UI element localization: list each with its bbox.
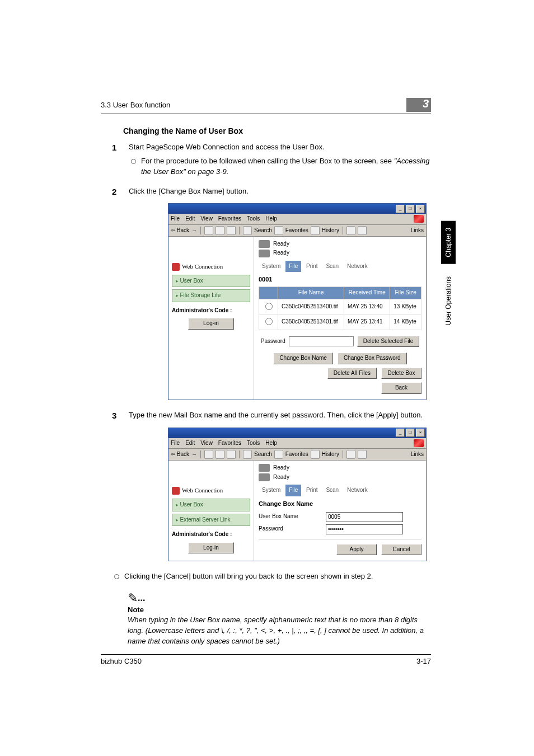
favorites-label[interactable]: Favorites	[285, 227, 308, 235]
ready-1: Ready	[273, 240, 289, 248]
delete-all-files-button[interactable]: Delete All Files	[327, 368, 377, 379]
admin-code-label-2: Administrator's Code :	[172, 530, 250, 539]
side-operations-label: User Operations	[444, 276, 452, 325]
window-titlebar-2: _ □ ×	[168, 428, 426, 438]
page-footer: bizhub C350 3-17	[101, 654, 431, 665]
row-0-radio[interactable]	[265, 303, 273, 310]
printer-icon	[259, 240, 270, 248]
sidebar-2: Web Connection User Box External Server …	[168, 461, 254, 561]
step-1-sub-prefix: For the procedure to be followed when ca…	[141, 157, 394, 165]
userboxname-input[interactable]	[326, 512, 403, 522]
step-3: Type the new Mail Box name and the curre…	[112, 410, 431, 582]
menu-favorites-2[interactable]: Favorites	[218, 439, 241, 448]
tab-print-2[interactable]: Print	[303, 485, 321, 496]
menu-edit[interactable]: Edit	[185, 215, 195, 223]
change-box-name-button[interactable]: Change Box Name	[273, 353, 333, 364]
history-label[interactable]: History	[322, 227, 339, 235]
change-box-password-button[interactable]: Change Box Password	[338, 353, 407, 364]
box-number: 0001	[259, 275, 421, 284]
menu-help-2[interactable]: Help	[265, 439, 277, 448]
history-icon-2[interactable]	[311, 450, 320, 459]
favorites-label-2[interactable]: Favorites	[285, 450, 308, 459]
table-row: C350c04052513401.tif MAY 25 13:41 14 KBy…	[259, 314, 421, 330]
menu-file-2[interactable]: File	[171, 439, 180, 448]
back-button-2[interactable]: ⇦ Back	[171, 450, 189, 459]
links-label[interactable]: Links	[411, 227, 424, 235]
row-1-radio[interactable]	[265, 318, 273, 325]
ready-2: Ready	[273, 249, 289, 257]
tab-scan[interactable]: Scan	[322, 261, 342, 273]
favorites-icon[interactable]	[274, 226, 283, 235]
search-icon-2[interactable]	[243, 450, 252, 459]
back-button[interactable]: ⇦ Back	[171, 227, 189, 235]
delete-selected-button[interactable]: Delete Selected File	[357, 336, 420, 348]
tab-file[interactable]: File	[285, 261, 301, 273]
home-icon[interactable]	[227, 226, 236, 235]
min-button-2[interactable]: _	[396, 429, 405, 437]
tab-network-2[interactable]: Network	[344, 485, 371, 496]
back-button[interactable]: Back	[381, 382, 421, 394]
password-input[interactable]	[289, 336, 354, 346]
menu-favorites[interactable]: Favorites	[218, 215, 241, 223]
password-input-2[interactable]	[326, 524, 403, 534]
sidebar-item-storage[interactable]: File Storage Life	[172, 289, 250, 302]
userboxname-label: User Box Name	[259, 513, 326, 521]
menu-view-2[interactable]: View	[200, 439, 213, 448]
fwd-button-2[interactable]: →	[191, 450, 197, 459]
fwd-button[interactable]: →	[191, 227, 197, 235]
col-received: Received Time	[344, 287, 390, 299]
stop-icon-2[interactable]	[204, 450, 213, 459]
tab-file-2[interactable]: File	[285, 485, 301, 496]
search-label-2[interactable]: Search	[254, 450, 272, 459]
tab-network[interactable]: Network	[344, 261, 371, 273]
tab-system[interactable]: System	[259, 261, 284, 273]
stop-icon[interactable]	[204, 226, 213, 235]
min-button[interactable]: _	[396, 205, 405, 213]
tab-system-2[interactable]: System	[259, 485, 284, 496]
links-label-2[interactable]: Links	[411, 450, 424, 459]
sidebar-item-userbox-2[interactable]: User Box	[172, 499, 250, 511]
delete-box-button[interactable]: Delete Box	[381, 368, 421, 379]
toolbar: ⇦ Back → Search Favorites History Links	[168, 225, 426, 237]
mail-icon-2[interactable]	[346, 450, 355, 459]
brand-logo-icon-2	[172, 487, 180, 495]
sidebar: Web Connection User Box File Storage Lif…	[168, 237, 254, 400]
printer-icon-4	[259, 473, 270, 481]
menu-tools[interactable]: Tools	[247, 215, 260, 223]
max-button[interactable]: □	[406, 205, 415, 213]
close-button[interactable]: ×	[416, 205, 425, 213]
refresh-icon[interactable]	[216, 226, 224, 235]
tab-scan-2[interactable]: Scan	[322, 485, 342, 496]
tab-print[interactable]: Print	[303, 261, 321, 273]
login-button[interactable]: Log-in	[188, 318, 234, 330]
menu-help[interactable]: Help	[265, 215, 277, 223]
page-title: Changing the Name of User Box	[123, 126, 431, 135]
sidebar-item-userbox[interactable]: User Box	[172, 275, 250, 288]
print-icon-2[interactable]	[358, 450, 367, 459]
history-icon[interactable]	[311, 226, 320, 235]
cancel-button[interactable]: Cancel	[381, 544, 421, 556]
step-1: Start PageScope Web Connection and acces…	[112, 142, 431, 177]
note-body: When typing in the User Box name, specif…	[128, 615, 425, 647]
search-label[interactable]: Search	[254, 227, 272, 235]
home-icon-2[interactable]	[227, 450, 236, 459]
print-icon[interactable]	[358, 226, 367, 235]
refresh-icon-2[interactable]	[216, 450, 224, 459]
menu-tools-2[interactable]: Tools	[247, 439, 260, 448]
menu-view[interactable]: View	[200, 215, 213, 223]
main-panel-2: Ready Ready System File Print Scan Netwo…	[254, 461, 426, 561]
favorites-icon-2[interactable]	[274, 450, 283, 459]
mail-icon[interactable]	[346, 226, 355, 235]
max-button-2[interactable]: □	[406, 429, 415, 437]
menu-edit-2[interactable]: Edit	[185, 439, 195, 448]
apply-button[interactable]: Apply	[336, 544, 377, 556]
history-label-2[interactable]: History	[322, 450, 339, 459]
password-label-2: Password	[259, 525, 326, 533]
step-3-sub-text: Clicking the [Cancel] button will bring …	[124, 572, 373, 580]
sidebar-item-external[interactable]: External Server Link	[172, 514, 250, 527]
login-button-2[interactable]: Log-in	[188, 542, 234, 554]
close-button-2[interactable]: ×	[416, 429, 425, 437]
search-icon[interactable]	[243, 226, 252, 235]
breadcrumb: 3.3 User Box function	[101, 101, 170, 109]
menu-file[interactable]: File	[171, 215, 180, 223]
